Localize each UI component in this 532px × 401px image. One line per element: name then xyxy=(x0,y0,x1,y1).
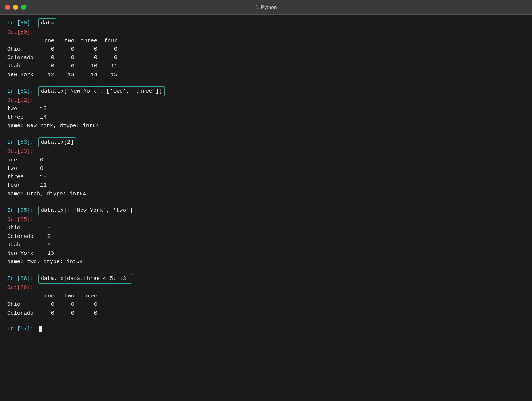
dtype-line: Name: Utah, dtype: int64 xyxy=(7,190,525,198)
cell-80-output-label: Out[80]: xyxy=(7,28,525,36)
cell-82-output-label: Out[82]: xyxy=(7,96,525,105)
df-col-three: three xyxy=(81,292,104,300)
table-row: New York 12 13 14 15 xyxy=(7,71,124,79)
list-item: Ohio0 xyxy=(7,224,525,232)
cell-82: In [82]: data.ix['New York', ['two', 'th… xyxy=(7,86,525,130)
notebook: In [80]: data Out[80]: one two three fou… xyxy=(0,15,532,341)
dtype-line: Name: New York, dtype: int64 xyxy=(7,122,525,130)
cell-86-output: one two three Ohio 0 0 0 Colorado 0 xyxy=(7,292,525,318)
cell-86-input[interactable]: In [86]: data.ix[data.three < 5, :3] xyxy=(7,274,525,284)
df-col-one: one xyxy=(41,292,61,300)
table-row: Colorado 0 0 0 0 xyxy=(7,54,124,62)
df-col-two: two xyxy=(61,37,81,45)
cell-80-output: one two three four Ohio 0 0 0 0 xyxy=(7,37,525,79)
cell-83-input[interactable]: In [83]: data.ix[2] xyxy=(7,137,525,147)
list-item: four11 xyxy=(7,181,525,190)
df-col-three: three xyxy=(81,37,104,45)
window-controls[interactable] xyxy=(5,5,26,10)
cell-86-output-label: Out[86]: xyxy=(7,284,525,292)
list-item: New York13 xyxy=(7,249,525,258)
df-col-four: four xyxy=(104,37,124,45)
table-row: Utah 0 0 10 11 xyxy=(7,62,124,70)
cell-82-input[interactable]: In [82]: data.ix['New York', ['two', 'th… xyxy=(7,86,525,96)
minimize-button[interactable] xyxy=(13,5,18,10)
cell-87-cursor[interactable] xyxy=(38,326,42,332)
df-col-two: two xyxy=(61,292,81,300)
cell-87: In [87]: xyxy=(7,325,525,333)
cell-83-output: one0 two0 three10 four11 Name: Utah, dty… xyxy=(7,156,525,198)
list-item: one0 xyxy=(7,156,525,164)
cell-83-code[interactable]: data.ix[2] xyxy=(38,137,76,147)
window-title: 1. Python xyxy=(255,4,277,10)
table-row: Ohio 0 0 0 xyxy=(7,300,104,309)
close-button[interactable] xyxy=(5,5,10,10)
cell-86-code[interactable]: data.ix[data.three < 5, :3] xyxy=(38,274,132,284)
cell-80: In [80]: data Out[80]: one two three fou… xyxy=(7,18,525,79)
cell-85-output-label: Out[85]: xyxy=(7,215,525,224)
list-item: two13 xyxy=(7,105,525,113)
list-item: three14 xyxy=(7,113,525,122)
cell-80-code[interactable]: data xyxy=(38,18,56,28)
list-item: three10 xyxy=(7,173,525,181)
cell-86: In [86]: data.ix[data.three < 5, :3] Out… xyxy=(7,274,525,318)
maximize-button[interactable] xyxy=(21,5,26,10)
cell-85-code[interactable]: data.ix[: 'New York', 'two'] xyxy=(38,206,135,215)
cell-80-input[interactable]: In [80]: data xyxy=(7,18,525,28)
title-bar: 1. Python xyxy=(0,0,532,15)
dtype-line: Name: two, dtype: int64 xyxy=(7,258,525,266)
list-item: Utah0 xyxy=(7,241,525,249)
cell-85-input[interactable]: In [85]: data.ix[: 'New York', 'two'] xyxy=(7,206,525,215)
cell-87-input[interactable]: In [87]: xyxy=(7,325,525,333)
cell-85-output: Ohio0 Colorado0 Utah0 New York13 Name: t… xyxy=(7,224,525,266)
cell-82-output: two13 three14 Name: New York, dtype: int… xyxy=(7,105,525,130)
cell-82-code[interactable]: data.ix['New York', ['two', 'three']] xyxy=(38,86,165,96)
list-item: two0 xyxy=(7,164,525,173)
dataframe-86: one two three Ohio 0 0 0 Colorado 0 xyxy=(7,292,104,318)
list-item: Colorado0 xyxy=(7,233,525,241)
cell-85: In [85]: data.ix[: 'New York', 'two'] Ou… xyxy=(7,206,525,266)
df-corner xyxy=(7,292,41,300)
table-row: Ohio 0 0 0 0 xyxy=(7,45,124,54)
dataframe-80: one two three four Ohio 0 0 0 0 xyxy=(7,37,124,79)
table-row: Colorado 0 0 0 xyxy=(7,309,104,318)
df-corner xyxy=(7,37,41,45)
df-col-one: one xyxy=(41,37,61,45)
cell-83-output-label: Out[83]: xyxy=(7,147,525,156)
cell-83: In [83]: data.ix[2] Out[83]: one0 two0 t… xyxy=(7,137,525,198)
